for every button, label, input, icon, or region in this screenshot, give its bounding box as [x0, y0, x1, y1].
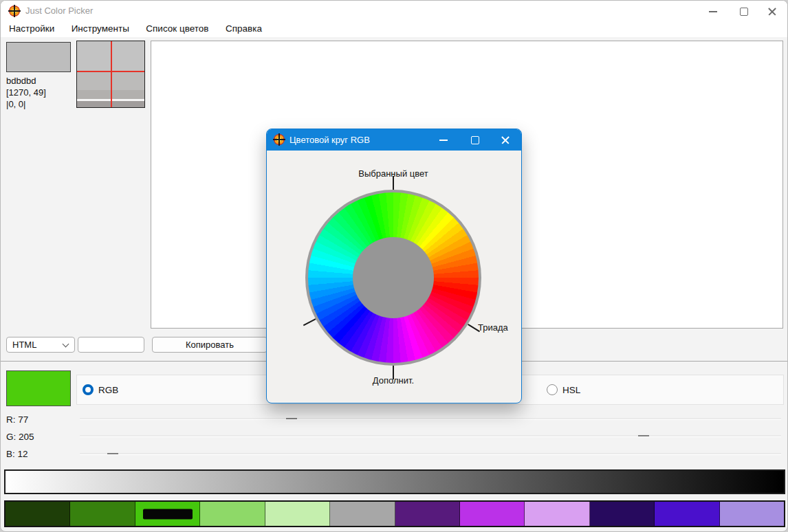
menu-tools[interactable]: Инструменты: [65, 21, 136, 36]
rgb-radio[interactable]: [83, 384, 94, 395]
dialog-title: Цветовой круг RGB: [289, 129, 370, 151]
format-select[interactable]: HTML: [6, 337, 75, 353]
copy-button[interactable]: Копировать: [152, 337, 267, 353]
dialog-maximize-button[interactable]: [461, 129, 488, 151]
triad-label: Триада: [478, 322, 508, 333]
palette-swatch[interactable]: [590, 502, 655, 526]
picked-pixel-swatch: [6, 42, 71, 72]
palette-swatch[interactable]: [525, 502, 589, 526]
palette: [4, 500, 785, 527]
blue-slider-handle[interactable]: [107, 453, 118, 454]
red-slider-handle[interactable]: [286, 418, 297, 419]
magnifier-crosshair-vertical: [111, 41, 112, 107]
close-button[interactable]: [757, 1, 787, 21]
palette-swatch[interactable]: [655, 502, 719, 526]
app-target-icon: [9, 5, 20, 16]
red-slider-track[interactable]: [80, 418, 781, 419]
hex-input[interactable]: [78, 337, 144, 353]
menu-color-list[interactable]: Список цветов: [139, 21, 215, 36]
palette-swatch[interactable]: [265, 502, 330, 526]
dialog-target-icon: [274, 134, 285, 145]
triad-tick-left: [303, 318, 316, 326]
cursor-coordinates: [1270, 49]: [6, 87, 46, 98]
blue-slider-track[interactable]: [80, 453, 781, 454]
cursor-offset: |0, 0|: [6, 99, 25, 109]
window-title: Just Color Picker: [25, 1, 93, 21]
palette-swatch[interactable]: [460, 502, 525, 526]
red-value-label: R: 77: [6, 414, 28, 425]
dialog-titlebar: Цветовой круг RGB: [267, 129, 521, 151]
rgb-radio-label: RGB: [98, 385, 118, 395]
luminosity-gradient-bar[interactable]: [4, 469, 785, 494]
format-select-value: HTML: [12, 340, 36, 350]
blue-value-label: B: 12: [6, 449, 28, 459]
palette-swatch[interactable]: [200, 502, 265, 526]
app-window: Just Color Picker Настройки Инструменты …: [0, 0, 788, 532]
titlebar: Just Color Picker: [1, 1, 787, 21]
green-value-label: G: 205: [6, 432, 34, 442]
menubar: Настройки Инструменты Список цветов Спра…: [1, 21, 787, 37]
palette-swatch[interactable]: [6, 502, 70, 526]
selected-color-label: Выбранный цвет: [325, 168, 462, 179]
selected-swatch-marker: [143, 509, 193, 519]
minimize-button[interactable]: [698, 1, 728, 21]
menu-settings[interactable]: Настройки: [2, 21, 61, 36]
magnifier-view[interactable]: [76, 41, 145, 108]
green-slider-handle[interactable]: [638, 435, 649, 436]
palette-swatch[interactable]: [395, 502, 460, 526]
current-color-swatch: [6, 370, 71, 406]
green-slider-track[interactable]: [80, 435, 781, 436]
palette-swatch[interactable]: [70, 502, 135, 526]
dialog-minimize-button[interactable]: [430, 129, 457, 151]
complement-label: Дополнит.: [325, 375, 462, 386]
dialog-close-button[interactable]: [492, 129, 519, 151]
color-wheel-dialog: Цветовой круг RGB Выбранный цвет Триада …: [266, 129, 522, 403]
hsl-radio-row[interactable]: HSL: [547, 384, 580, 395]
hsl-radio[interactable]: [547, 384, 558, 395]
wheel-center-disc: [353, 237, 434, 318]
magnifier-crosshair-horizontal: [77, 71, 144, 72]
palette-swatch[interactable]: [330, 502, 395, 526]
picked-hex-value: bdbdbd: [6, 76, 36, 86]
hsl-radio-label: HSL: [562, 385, 580, 395]
palette-swatch[interactable]: [135, 502, 200, 526]
rgb-radio-row[interactable]: RGB: [83, 384, 118, 395]
menu-help[interactable]: Справка: [219, 21, 269, 36]
palette-swatch[interactable]: [720, 502, 784, 526]
chevron-down-icon: [63, 341, 69, 348]
maximize-button[interactable]: [728, 1, 758, 21]
